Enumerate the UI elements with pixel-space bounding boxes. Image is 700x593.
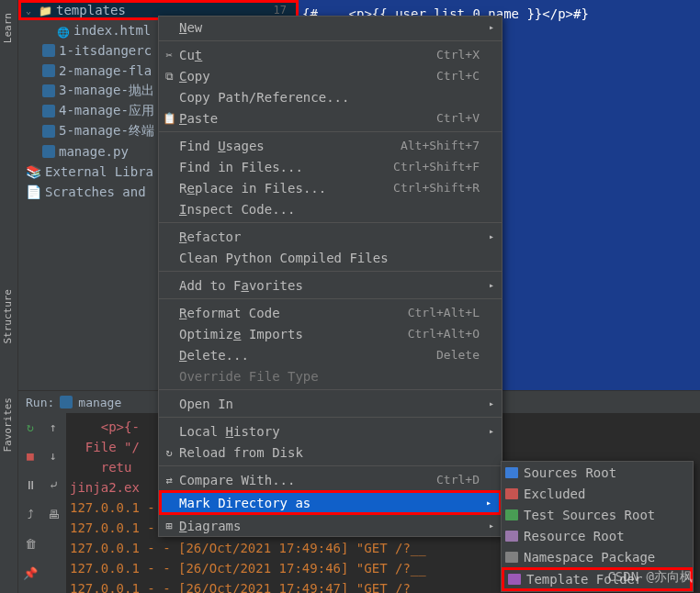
menu-item-override-file-type[interactable]: Override File Type xyxy=(159,365,502,386)
menu-item-cut[interactable]: ✂CutCtrl+X xyxy=(159,44,502,65)
learn-tool-label[interactable]: Learn xyxy=(0,9,16,47)
shortcut: Ctrl+Alt+O xyxy=(408,327,480,341)
up-icon[interactable]: ↑ xyxy=(43,417,63,437)
menu-item-compare-with-[interactable]: ⇄Compare With...Ctrl+D xyxy=(159,469,502,490)
menu-item-copy[interactable]: ⧉CopyCtrl+C xyxy=(159,65,502,86)
submenu-item-sources-root[interactable]: Sources Root xyxy=(502,462,693,483)
menu-label: Copy xyxy=(179,69,210,84)
menu-label: Compare With... xyxy=(179,473,295,487)
tree-label: index.html xyxy=(73,23,151,38)
line-number: 17 xyxy=(274,4,294,17)
menu-item-find-in-files-[interactable]: Find in Files...Ctrl+Shift+F xyxy=(159,156,502,177)
python-icon xyxy=(42,145,55,158)
stop-icon[interactable]: ■ xyxy=(20,446,40,466)
favorites-tool-label[interactable]: Favorites xyxy=(0,394,16,456)
submenu-label: Test Sources Root xyxy=(524,508,655,522)
pin-icon[interactable]: 📌 xyxy=(20,563,40,583)
tree-label: 3-manage-抛出 xyxy=(59,83,154,99)
python-icon xyxy=(42,44,55,57)
menu-label: Optimize Imports xyxy=(179,327,303,341)
menu-item-replace-in-files-[interactable]: Replace in Files...Ctrl+Shift+R xyxy=(159,177,502,198)
menu-label: Cut xyxy=(179,48,202,62)
menu-item-paste[interactable]: 📋PasteCtrl+V xyxy=(159,107,502,129)
delete-icon[interactable]: 🗑 xyxy=(20,533,40,554)
menu-label: Find Usages xyxy=(179,139,265,153)
chevron-right-icon: ▸ xyxy=(489,520,494,531)
shortcut: Ctrl+X xyxy=(436,48,480,62)
chevron-right-icon: ▸ xyxy=(486,498,491,508)
python-icon xyxy=(60,396,73,408)
wrap-icon[interactable]: ⤶ xyxy=(43,476,63,496)
folder-color-icon xyxy=(505,509,518,520)
menu-label: Paste xyxy=(179,111,218,126)
menu-item-inspect-code-[interactable]: Inspect Code... xyxy=(159,198,502,219)
menu-item-open-in[interactable]: Open In▸ xyxy=(159,393,502,414)
folder-icon xyxy=(39,3,52,17)
submenu-item-namespace-package[interactable]: Namespace Package xyxy=(502,546,693,567)
exit-icon[interactable]: ⤴ xyxy=(20,504,40,524)
down-icon[interactable]: ↓ xyxy=(43,446,63,466)
menu-item-find-usages[interactable]: Find UsagesAlt+Shift+7 xyxy=(159,135,502,156)
folder-color-icon xyxy=(508,574,521,585)
menu-icon: ⧉ xyxy=(163,70,175,83)
submenu-item-excluded[interactable]: Excluded xyxy=(502,483,693,504)
folder-color-icon xyxy=(505,467,518,478)
menu-item-diagrams[interactable]: ⊞Diagrams▸ xyxy=(159,515,502,536)
menu-item-add-to-favorites[interactable]: Add to Favorites▸ xyxy=(159,274,502,296)
menu-item-optimize-imports[interactable]: Optimize ImportsCtrl+Alt+O xyxy=(159,323,502,344)
run-toolbar: ↻ ↑ ■ ↓ ⏸ ⤶ ⤴ 🖶 🗑 📌 xyxy=(18,413,66,593)
menu-icon: ✂ xyxy=(163,49,175,62)
menu-label: Delete... xyxy=(179,348,249,363)
menu-item-new[interactable]: New▸ xyxy=(159,17,502,38)
structure-tool-label[interactable]: Structure xyxy=(0,285,16,348)
chevron-right-icon: ▸ xyxy=(489,22,494,32)
menu-item-local-history[interactable]: Local History▸ xyxy=(159,420,502,442)
shortcut: Ctrl+V xyxy=(436,111,480,125)
shortcut: Ctrl+Shift+R xyxy=(393,181,480,195)
submenu-label: Resource Root xyxy=(524,529,625,543)
chevron-right-icon: ▸ xyxy=(489,426,494,436)
shortcut: Ctrl+Shift+F xyxy=(393,160,480,173)
scratch-icon: 📄 xyxy=(26,185,41,199)
shortcut: Ctrl+D xyxy=(436,473,480,487)
menu-icon: 📋 xyxy=(163,112,175,125)
folder-color-icon xyxy=(505,552,518,563)
tree-label: manage.py xyxy=(59,144,129,159)
menu-item-delete-[interactable]: Delete...Delete xyxy=(159,344,502,365)
menu-item-refactor[interactable]: Refactor▸ xyxy=(159,226,502,247)
python-icon xyxy=(42,84,55,97)
menu-item-reload-from-disk[interactable]: ↻Reload from Disk xyxy=(159,442,502,463)
tree-label: 5-manage-终端 xyxy=(59,123,154,140)
print-icon[interactable]: 🖶 xyxy=(43,504,63,524)
pause-icon[interactable]: ⏸ xyxy=(20,476,40,496)
menu-label: Override File Type xyxy=(179,369,319,384)
tree-label: Scratches and xyxy=(45,185,146,199)
tree-label: 1-itsdangerc xyxy=(59,43,152,58)
library-icon: 📚 xyxy=(26,164,41,179)
shortcut: Ctrl+Alt+L xyxy=(408,306,480,319)
rerun-icon[interactable]: ↻ xyxy=(20,417,40,437)
submenu-label: Sources Root xyxy=(524,465,616,480)
menu-icon: ↻ xyxy=(163,446,175,459)
menu-label: Find in Files... xyxy=(179,160,303,174)
shortcut: Delete xyxy=(436,348,480,362)
menu-item-copy-path-reference-[interactable]: Copy Path/Reference... xyxy=(159,86,502,107)
run-label: Run: xyxy=(26,396,54,409)
chevron-right-icon: ▸ xyxy=(489,398,494,408)
menu-label: Inspect Code... xyxy=(179,202,295,217)
menu-item-mark-directory-as[interactable]: Mark Directory as▸ xyxy=(159,490,502,515)
menu-item-clean-python-compiled-files[interactable]: Clean Python Compiled Files xyxy=(159,247,502,268)
chevron-right-icon: ▸ xyxy=(489,280,494,290)
folder-color-icon xyxy=(505,488,518,499)
menu-icon: ⇄ xyxy=(163,474,175,487)
chevron-down-icon[interactable]: ⌄ xyxy=(26,6,35,16)
menu-label: Refactor xyxy=(179,229,241,244)
submenu-item-test-sources-root[interactable]: Test Sources Root xyxy=(502,504,693,525)
run-config-name[interactable]: manage xyxy=(78,396,121,409)
menu-label: Local History xyxy=(179,424,280,439)
menu-label: Mark Directory as xyxy=(179,496,310,510)
submenu-item-resource-root[interactable]: Resource Root xyxy=(502,525,693,546)
menu-item-reformat-code[interactable]: Reformat CodeCtrl+Alt+L xyxy=(159,302,502,323)
menu-label: Diagrams xyxy=(179,519,241,533)
menu-icon: ⊞ xyxy=(163,520,175,532)
